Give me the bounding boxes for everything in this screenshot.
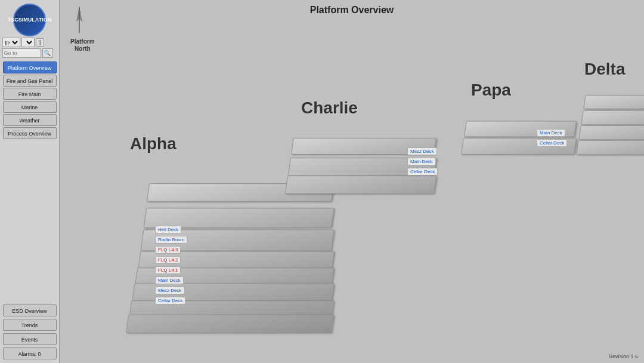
revision-label: Revision 1.6	[608, 353, 638, 359]
search-row: 🔍	[2, 48, 57, 58]
platform-north-label: Platform North	[70, 38, 95, 53]
charlie-mezz-deck-btn[interactable]: Mezz Deck	[407, 147, 437, 155]
alpha-layer-2	[144, 208, 335, 228]
main-view: Platform Overview Platform North Alpha H…	[60, 0, 644, 363]
north-arrow-icon	[70, 6, 88, 36]
playback-speed-select[interactable]: |||<15	[2, 38, 20, 47]
papa-main-deck-btn[interactable]: Main Deck	[537, 129, 565, 137]
sidebar: TSC SIMULATION |||<15 15 || 🔍 Platform O…	[0, 0, 60, 363]
speed-select2[interactable]: 15	[21, 38, 35, 47]
charlie-cellar-deck-btn[interactable]: Cellar Deck	[407, 168, 438, 176]
alpha-cellar-deck-btn[interactable]: Cellar Deck	[155, 297, 185, 304]
alpha-main-deck-btn[interactable]: Main Deck	[155, 276, 184, 284]
sidebar-item-weather[interactable]: Weather	[3, 114, 57, 126]
alpha-flq-l43-btn[interactable]: FLQ L4.3	[155, 246, 181, 254]
alpha-layer-8	[126, 315, 334, 333]
alpha-radio-room-btn[interactable]: Radio Room	[155, 236, 187, 244]
charlie-main-deck-btn[interactable]: Main Deck	[407, 158, 436, 165]
sidebar-item-alarms[interactable]: Alarms: 0	[3, 347, 57, 359]
search-button[interactable]: 🔍	[42, 48, 53, 58]
delta-platform-label: Delta	[584, 60, 625, 79]
delta-layer-4	[576, 140, 644, 155]
papa-cellar-deck-btn[interactable]: Cellar Deck	[537, 139, 567, 147]
sidebar-item-marine-comms[interactable]: Marine Communications	[3, 101, 57, 113]
delta-layer-3	[578, 125, 644, 140]
delta-layer-1	[583, 95, 644, 109]
charlie-layer-3	[285, 176, 436, 193]
alpha-platform-label: Alpha	[130, 134, 177, 153]
toolbar-row: |||<15 15 ||	[2, 38, 57, 47]
sidebar-item-fire-gas[interactable]: Fire and Gas Panel	[3, 75, 57, 87]
page-title: Platform Overview	[60, 5, 644, 16]
sidebar-item-platform-overview[interactable]: Platform Overview	[3, 61, 57, 73]
alpha-flq-l41-btn[interactable]: FLQ L4.1	[155, 266, 181, 274]
sidebar-item-fire-main[interactable]: Fire Main	[3, 88, 57, 100]
sidebar-item-events[interactable]: Events	[3, 333, 57, 345]
delta-layer-2	[581, 110, 644, 125]
sidebar-item-trends[interactable]: Trends	[3, 319, 57, 331]
charlie-platform-label: Charlie	[301, 99, 358, 118]
goto-input[interactable]	[2, 48, 41, 58]
pause-button[interactable]: ||	[36, 38, 45, 47]
alpha-mezz-deck-btn[interactable]: Mezz Deck	[155, 287, 185, 294]
sidebar-item-esd-overview[interactable]: ESD Overview	[3, 304, 57, 316]
alpha-flq-l42-btn[interactable]: FLQ L4.2	[155, 256, 181, 264]
app-logo: TSC SIMULATION	[13, 4, 46, 36]
papa-platform-label: Papa	[471, 81, 511, 100]
north-arrow-container: Platform North	[70, 6, 95, 53]
sidebar-item-process-overview[interactable]: Process Overview	[3, 127, 57, 139]
alpha-heli-deck-btn[interactable]: Heli Deck	[155, 226, 181, 233]
